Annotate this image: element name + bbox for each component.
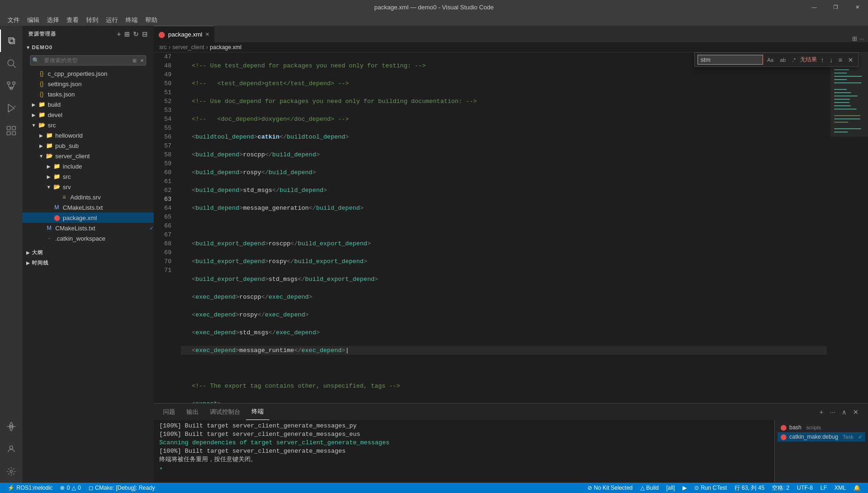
maximize-button[interactable]: ❐ — [825, 0, 846, 14]
menu-goto[interactable]: 转到 — [82, 14, 102, 26]
tree-folder-build[interactable]: ▶ 📁 build — [22, 99, 154, 110]
status-line-col[interactable]: 行 63, 列 45 — [731, 483, 768, 493]
match-case-icon[interactable]: Aa — [765, 56, 776, 64]
new-file-icon[interactable]: + — [117, 30, 121, 38]
status-play[interactable]: ▶ — [679, 483, 690, 493]
status-notification-icon[interactable]: 🔔 — [850, 483, 864, 493]
new-folder-icon[interactable]: ⊞ — [124, 30, 130, 38]
code-editor[interactable]: <!-- Use test_depend for packages you ne… — [177, 52, 831, 403]
status-ros-melodic[interactable]: ⚡ ROS1:melodic — [4, 483, 56, 493]
match-word-icon[interactable]: ab — [778, 56, 788, 64]
tree-root-demo0[interactable]: ▼ DEMO0 — [22, 42, 154, 52]
tree-folder-srv[interactable]: ▼ 📂 srv — [22, 182, 154, 192]
run-debug-icon[interactable] — [0, 97, 22, 119]
tree-file-cmakelists-pkg[interactable]: M CMakeLists.txt — [22, 202, 154, 213]
extensions-icon[interactable] — [0, 119, 22, 142]
tree-item-cpp-props[interactable]: {} c_cpp_properties.json — [22, 68, 154, 79]
breadcrumb-src[interactable]: src — [159, 44, 167, 51]
main-layout: ⧉ — [0, 26, 868, 483]
menu-help[interactable]: 帮助 — [141, 14, 161, 26]
find-next-button[interactable]: ↓ — [828, 56, 835, 64]
menu-edit[interactable]: 编辑 — [23, 14, 43, 26]
more-actions-icon[interactable]: ··· — [859, 35, 864, 42]
breadcrumb-package-xml[interactable]: package.xml — [210, 44, 241, 51]
menu-view[interactable]: 查看 — [63, 14, 82, 26]
terminal-prompt: * — [159, 466, 769, 474]
status-cmake-debug[interactable]: ◻ CMake: [Debug]: Ready — [85, 483, 159, 493]
status-encoding[interactable]: UTF-8 — [793, 483, 816, 493]
minimize-button[interactable]: — — [803, 0, 825, 14]
tree-item-tasks[interactable]: {} tasks.json — [22, 89, 154, 99]
tree-file-package-xml[interactable]: ⬤ package.xml — [22, 213, 154, 223]
more-terminal-icon[interactable]: ··· — [828, 407, 837, 417]
tree-file-addints[interactable]: ≡ AddInts.srv — [22, 192, 154, 202]
panel-tab-debug-console[interactable]: 调试控制台 — [204, 404, 246, 420]
outline-header[interactable]: ▶ 大纲 — [22, 247, 154, 258]
json-icon2: {} — [37, 81, 46, 87]
status-no-kit[interactable]: ⊘ No Kit Selected — [584, 483, 637, 493]
menu-run[interactable]: 运行 — [102, 14, 122, 26]
tree-folder-server-client[interactable]: ▼ 📂 server_client — [22, 151, 154, 161]
panel-up-icon[interactable]: ∧ — [840, 407, 848, 417]
status-errors-warnings[interactable]: ⊗ 0 △ 0 — [56, 483, 84, 493]
tree-folder-src[interactable]: ▼ 📂 src — [22, 120, 154, 130]
find-prev-button[interactable]: ↑ — [819, 56, 826, 64]
tree-file-cmakelists-root[interactable]: M CMakeLists.txt ✓ — [22, 223, 154, 233]
tab-close-button[interactable]: ✕ — [205, 31, 209, 37]
remote-icon[interactable] — [0, 415, 22, 438]
explorer-icon[interactable]: ⧉ — [0, 29, 22, 52]
window-title: package.xml — demo0 - Visual Studio Code — [374, 4, 494, 11]
status-line-ending[interactable]: LF — [816, 483, 831, 493]
clear-search-icon[interactable]: ✕ — [138, 58, 146, 63]
menu-bar: 文件 编辑 选择 查看 转到 运行 终端 帮助 — [0, 14, 868, 26]
status-all[interactable]: [all] — [662, 483, 679, 493]
settings-icon[interactable] — [0, 460, 22, 483]
status-ctest[interactable]: ⊙ Run CTest — [690, 483, 731, 493]
warning-icon: △ — [72, 485, 76, 491]
refresh-icon[interactable]: ↻ — [133, 30, 139, 38]
filter-icon[interactable]: ⊞ — [131, 58, 138, 63]
breadcrumb-server-client[interactable]: server_client — [172, 44, 204, 51]
split-editor-icon[interactable]: ⊞ — [852, 35, 857, 42]
use-regex-icon[interactable]: .* — [790, 56, 798, 64]
panel-tab-terminal[interactable]: 终端 — [246, 404, 269, 420]
sidebar-header: 资源管理器 + ⊞ ↻ ⊟ — [22, 26, 154, 42]
find-close-button[interactable]: ✕ — [846, 56, 855, 64]
panel-tab-output[interactable]: 输出 — [181, 404, 204, 420]
find-input[interactable] — [697, 55, 763, 65]
terminal-line-3: Scanning dependencies of target server_c… — [159, 439, 769, 447]
tree-item-settings[interactable]: {} settings.json — [22, 79, 154, 89]
build-icon: △ — [640, 485, 645, 491]
tree-folder-include[interactable]: ▶ 📁 include — [22, 161, 154, 171]
no-results-label: 无结果 — [800, 56, 817, 64]
find-more-button[interactable]: ≡ — [837, 56, 844, 64]
minimap[interactable] — [831, 52, 868, 403]
terminal-item-bash[interactable]: ⬤ bash scripts — [778, 423, 865, 432]
source-control-icon[interactable] — [0, 74, 22, 97]
menu-select[interactable]: 选择 — [43, 14, 63, 26]
window-controls: — ❐ ✕ — [803, 0, 868, 14]
tree-folder-src2[interactable]: ▶ 📁 src — [22, 171, 154, 182]
tree-folder-pub-sub[interactable]: ▶ 📁 pub_sub — [22, 140, 154, 151]
status-spaces[interactable]: 空格: 2 — [768, 483, 793, 493]
editor-area: ⬤ package.xml ✕ ⊞ ··· src › server_clien… — [154, 26, 868, 483]
panel-close-icon[interactable]: ✕ — [851, 407, 861, 417]
tree-folder-helloworld[interactable]: ▶ 📁 helloworld — [22, 130, 154, 140]
add-terminal-icon[interactable]: + — [817, 407, 825, 417]
collapse-icon[interactable]: ⊟ — [142, 30, 148, 38]
terminal-item-catkin[interactable]: ⬤ catkin_make:debug Task ✓ — [778, 432, 865, 441]
tree-folder-devel[interactable]: ▶ 📁 devel — [22, 110, 154, 120]
status-language[interactable]: XML — [831, 483, 850, 493]
search-input[interactable] — [41, 56, 131, 65]
editor-tab-package-xml[interactable]: ⬤ package.xml ✕ — [154, 26, 215, 42]
terminal-output[interactable]: [100%] Built target server_client_genera… — [154, 420, 774, 483]
menu-file[interactable]: 文件 — [4, 14, 23, 26]
status-build[interactable]: △ Build — [637, 483, 663, 493]
close-button[interactable]: ✕ — [846, 0, 868, 14]
timeline-header[interactable]: ▶ 时间线 — [22, 258, 154, 268]
tree-file-catkin-workspace[interactable]: · .catkin_workspace — [22, 233, 154, 243]
panel-tab-problems[interactable]: 问题 — [157, 404, 181, 420]
account-icon[interactable] — [0, 438, 22, 460]
search-icon[interactable] — [0, 52, 22, 74]
menu-terminal[interactable]: 终端 — [122, 14, 141, 26]
